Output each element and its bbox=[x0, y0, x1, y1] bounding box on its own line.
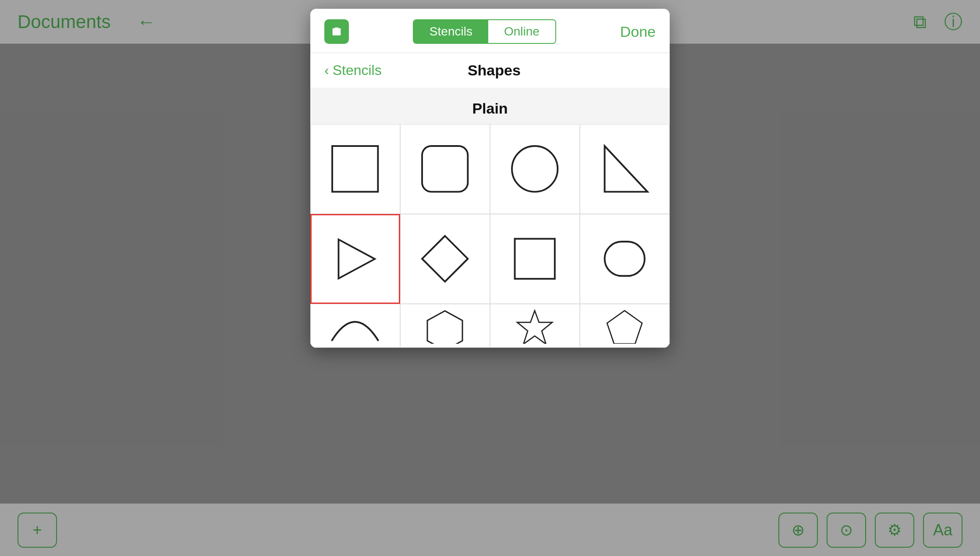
tab-stencils[interactable]: Stencils bbox=[414, 20, 488, 43]
svg-marker-8 bbox=[428, 311, 463, 344]
svg-rect-7 bbox=[605, 242, 645, 276]
svg-marker-10 bbox=[607, 310, 643, 344]
svg-marker-4 bbox=[338, 239, 375, 278]
done-button[interactable]: Done bbox=[620, 23, 656, 40]
shape-pentagon[interactable] bbox=[580, 304, 670, 348]
shapes-grid bbox=[310, 124, 670, 304]
shape-hexagon[interactable] bbox=[400, 304, 490, 348]
shape-right-triangle[interactable] bbox=[580, 124, 670, 214]
shape-circle[interactable] bbox=[490, 124, 580, 214]
shape-diamond[interactable] bbox=[400, 214, 490, 304]
shape-arc[interactable] bbox=[310, 304, 400, 348]
shape-rectangle[interactable] bbox=[310, 124, 400, 214]
stencils-modal: Stencils Online Done ‹ Stencils Shapes P… bbox=[310, 9, 670, 348]
modal-overlay: Stencils Online Done ‹ Stencils Shapes P… bbox=[0, 0, 980, 556]
modal-header-top: Stencils Online Done bbox=[324, 19, 656, 53]
svg-point-2 bbox=[512, 146, 557, 192]
shapes-grid-partial bbox=[310, 304, 670, 348]
breadcrumb-label[interactable]: Stencils bbox=[333, 62, 382, 78]
tab-online[interactable]: Online bbox=[488, 20, 555, 43]
svg-rect-1 bbox=[422, 146, 468, 192]
page-title: Shapes bbox=[385, 62, 603, 79]
shape-play-triangle[interactable] bbox=[310, 214, 400, 304]
svg-rect-0 bbox=[332, 146, 378, 192]
modal-header: Stencils Online Done bbox=[310, 9, 670, 53]
app-root: { "app": { "documents_label": "Documents… bbox=[0, 0, 980, 556]
shape-stadium[interactable] bbox=[580, 214, 670, 304]
breadcrumb-chevron-icon: ‹ bbox=[324, 62, 329, 78]
svg-marker-5 bbox=[422, 236, 468, 282]
svg-marker-3 bbox=[605, 146, 648, 192]
svg-marker-9 bbox=[518, 310, 553, 344]
shape-square[interactable] bbox=[490, 214, 580, 304]
section-title: Plain bbox=[310, 88, 670, 124]
segmented-control: Stencils Online bbox=[413, 19, 556, 44]
svg-rect-6 bbox=[515, 239, 555, 279]
shape-rounded-rectangle[interactable] bbox=[400, 124, 490, 214]
shape-star[interactable] bbox=[490, 304, 580, 348]
modal-breadcrumb: ‹ Stencils Shapes bbox=[310, 53, 670, 88]
camera-button[interactable] bbox=[324, 19, 349, 44]
